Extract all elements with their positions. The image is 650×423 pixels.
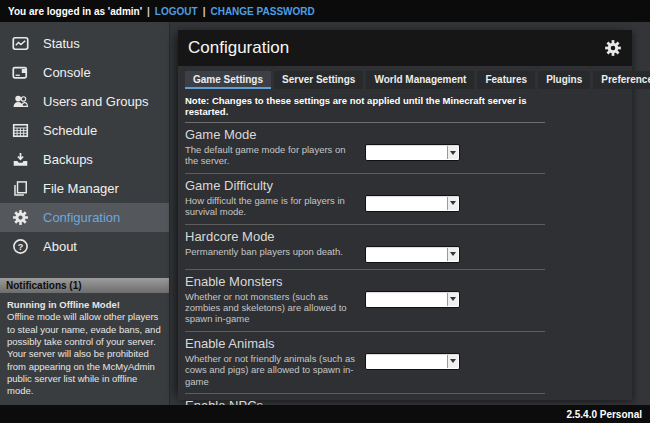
dropdown-arrow-icon bbox=[447, 355, 458, 368]
sidebar-item-status[interactable]: Status bbox=[0, 29, 169, 58]
tab-server-settings[interactable]: Server Settings bbox=[274, 71, 363, 89]
settings-list: Game ModeThe default game mode for playe… bbox=[185, 123, 545, 423]
sidebar-item-label: Users and Groups bbox=[43, 94, 149, 109]
setting-description: The default game mode for players on the… bbox=[185, 144, 360, 167]
file-manager-icon bbox=[12, 180, 29, 197]
separator: | bbox=[147, 6, 150, 17]
panel-header: Configuration bbox=[178, 30, 632, 66]
setting-hardcore-mode: Hardcore ModePermanently ban players upo… bbox=[185, 224, 545, 269]
gear-icon bbox=[12, 209, 29, 226]
sidebar-item-schedule[interactable]: Schedule bbox=[0, 116, 169, 145]
setting-title: Game Difficulty bbox=[185, 178, 545, 193]
backups-icon bbox=[12, 151, 29, 168]
sidebar: StatusConsoleUsers and GroupsScheduleBac… bbox=[0, 22, 170, 405]
sidebar-menu: StatusConsoleUsers and GroupsScheduleBac… bbox=[0, 22, 169, 261]
sidebar-item-label: Status bbox=[43, 36, 80, 51]
setting-title: Enable Animals bbox=[185, 336, 545, 351]
game-mode-select[interactable] bbox=[365, 144, 460, 161]
setting-game-difficulty: Game DifficultyHow difficult the game is… bbox=[185, 173, 545, 224]
sidebar-item-about[interactable]: ?About bbox=[0, 232, 169, 261]
sidebar-item-label: About bbox=[43, 239, 77, 254]
separator: | bbox=[203, 6, 206, 17]
version-label: 2.5.4.0 Personal bbox=[566, 409, 642, 420]
setting-enable-animals: Enable AnimalsWhether or not friendly an… bbox=[185, 331, 545, 393]
enable-animals-select[interactable] bbox=[365, 353, 460, 370]
sidebar-item-console[interactable]: Console bbox=[0, 58, 169, 87]
page-title: Configuration bbox=[188, 38, 604, 58]
setting-enable-monsters: Enable MonstersWhether or not monsters (… bbox=[185, 269, 545, 331]
notifications-panel: Running in Offline Mode! Offline mode wi… bbox=[0, 293, 169, 404]
users-icon bbox=[12, 93, 29, 110]
sidebar-item-label: Configuration bbox=[43, 210, 120, 225]
sidebar-item-label: Console bbox=[43, 65, 91, 80]
console-icon bbox=[12, 64, 29, 81]
logged-in-text: You are logged in as 'admin' bbox=[8, 6, 142, 17]
setting-description: Whether or not monsters (such as zombies… bbox=[185, 291, 360, 325]
notification-body-text: Offline mode will allow other players to… bbox=[7, 311, 162, 397]
panel-body: Game SettingsServer SettingsWorld Manage… bbox=[178, 66, 632, 423]
svg-text:?: ? bbox=[18, 242, 24, 252]
setting-description: Permanently ban players upon death. bbox=[185, 246, 360, 257]
tab-world-management[interactable]: World Management bbox=[366, 71, 474, 89]
setting-title: Hardcore Mode bbox=[185, 229, 545, 244]
game-difficulty-select[interactable] bbox=[365, 195, 460, 212]
settings-content: Note: Changes to these settings are not … bbox=[185, 92, 545, 423]
sidebar-item-file-manager[interactable]: File Manager bbox=[0, 174, 169, 203]
sidebar-item-configuration[interactable]: Configuration bbox=[0, 203, 169, 232]
change-password-link[interactable]: CHANGE PASSWORD bbox=[210, 6, 314, 17]
dropdown-arrow-icon bbox=[447, 248, 458, 261]
dropdown-arrow-icon bbox=[447, 293, 458, 306]
tab-features[interactable]: Features bbox=[477, 71, 535, 89]
sidebar-item-label: Backups bbox=[43, 152, 93, 167]
sidebar-item-label: File Manager bbox=[43, 181, 119, 196]
top-bar: You are logged in as 'admin' | LOGOUT | … bbox=[0, 0, 650, 22]
dropdown-arrow-icon bbox=[447, 146, 458, 159]
setting-title: Game Mode bbox=[185, 127, 545, 142]
tab-plugins[interactable]: Plugins bbox=[538, 71, 590, 89]
sidebar-item-users-and-groups[interactable]: Users and Groups bbox=[0, 87, 169, 116]
tab-preferences[interactable]: Preferences bbox=[593, 71, 650, 89]
setting-title: Enable Monsters bbox=[185, 274, 545, 289]
sidebar-item-backups[interactable]: Backups bbox=[0, 145, 169, 174]
logout-link[interactable]: LOGOUT bbox=[155, 6, 198, 17]
dropdown-arrow-icon bbox=[447, 197, 458, 210]
setting-description: How difficult the game is for players in… bbox=[185, 195, 360, 218]
enable-monsters-select[interactable] bbox=[365, 291, 460, 308]
sidebar-item-label: Schedule bbox=[43, 123, 97, 138]
footer-bar: 2.5.4.0 Personal bbox=[0, 405, 650, 423]
setting-description: Whether or not friendly animals (such as… bbox=[185, 353, 360, 387]
tab-game-settings[interactable]: Game Settings bbox=[185, 71, 271, 89]
notifications-header: Notifications (1) bbox=[0, 278, 169, 293]
question-circle-icon: ? bbox=[12, 238, 29, 255]
schedule-icon bbox=[12, 122, 29, 139]
status-chart-icon bbox=[12, 35, 29, 52]
hardcore-mode-select[interactable] bbox=[365, 246, 460, 263]
gear-icon bbox=[604, 39, 622, 57]
tab-bar: Game SettingsServer SettingsWorld Manage… bbox=[185, 71, 625, 89]
notification-title: Running in Offline Mode! bbox=[7, 299, 162, 311]
setting-game-mode: Game ModeThe default game mode for playe… bbox=[185, 123, 545, 173]
restart-note: Note: Changes to these settings are not … bbox=[185, 92, 545, 123]
main-panel: Configuration Game SettingsServer Settin… bbox=[178, 30, 632, 400]
